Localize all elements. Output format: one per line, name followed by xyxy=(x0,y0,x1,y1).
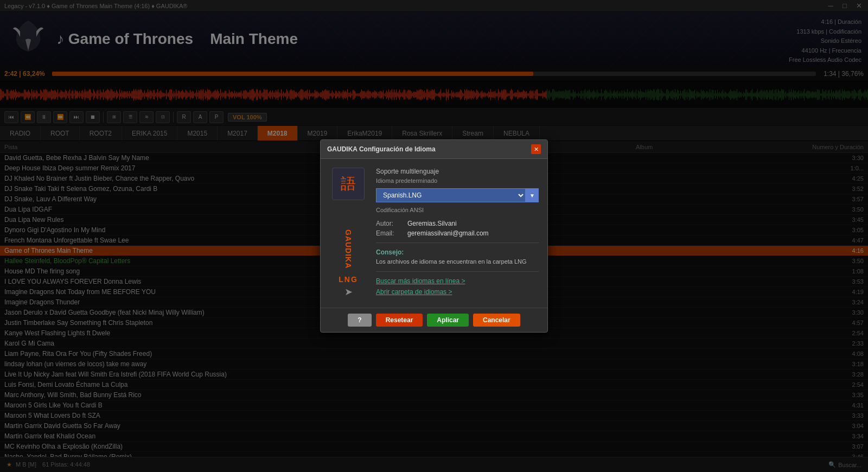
modal-overlay: GAUDIKA Configuración de Idioma ✕ 語 GAUD… xyxy=(0,0,868,472)
gaudika-vertical: GAUDIKA xyxy=(344,229,352,273)
divider-1 xyxy=(376,243,539,243)
language-select[interactable]: Spanish.LNG xyxy=(376,188,526,202)
modal-title: GAUDIKA Configuración de Idioma xyxy=(327,145,436,153)
reset-button[interactable]: Resetear xyxy=(376,314,423,327)
modal-logo-text-area: GAUDIKA LNG ➤ xyxy=(339,202,358,298)
apply-button[interactable]: Aplicar xyxy=(427,314,469,327)
arrow-icon: ➤ xyxy=(344,286,353,298)
divider-2 xyxy=(376,271,539,272)
autor-label: Autor: xyxy=(376,220,403,227)
email-value: geremiassilvani@gmail.com xyxy=(407,229,489,237)
modal-logo-section: 語 GAUDIKA LNG ➤ xyxy=(329,168,367,299)
modal-logo-box: 語 xyxy=(332,168,365,200)
consejo-label: Consejo: xyxy=(376,248,539,256)
autor-value: Geremias.Silvani xyxy=(407,220,457,227)
link-more-languages[interactable]: Buscar más idiomas en línea > xyxy=(376,277,539,285)
multilenguaje-label: Soporte multilenguaje xyxy=(376,168,539,175)
lng-text: LNG xyxy=(339,275,358,284)
language-settings-modal: GAUDIKA Configuración de Idioma ✕ 語 GAUD… xyxy=(320,139,548,333)
modal-footer: ? Resetear Aplicar Cancelar xyxy=(321,308,547,332)
encoding-label: Codificación ANSI xyxy=(376,207,539,213)
modal-logo-vertical-text: GAUDIKA xyxy=(344,202,352,273)
consejo-text: Los archivos de idioma se encuentran en … xyxy=(376,258,539,265)
modal-body: 語 GAUDIKA LNG ➤ Soporte multilenguaje Id… xyxy=(321,159,547,308)
logo-char-icon: 語 xyxy=(341,174,356,194)
cancel-button[interactable]: Cancelar xyxy=(473,314,520,327)
modal-close-button[interactable]: ✕ xyxy=(531,144,541,154)
lang-select-wrapper: Spanish.LNG ▼ xyxy=(376,188,539,202)
help-button[interactable]: ? xyxy=(348,314,371,327)
modal-header: GAUDIKA Configuración de Idioma ✕ xyxy=(321,140,547,159)
modal-content: Soporte multilenguaje Idioma predetermin… xyxy=(376,168,539,299)
idioma-label: Idioma predeterminado xyxy=(376,177,539,184)
email-label: Email: xyxy=(376,229,403,237)
link-open-folder[interactable]: Abrir carpeta de idiomas > xyxy=(376,288,539,296)
email-row: Email: geremiassilvani@gmail.com xyxy=(376,229,539,237)
lang-select-arrow[interactable]: ▼ xyxy=(526,188,539,202)
autor-row: Autor: Geremias.Silvani xyxy=(376,220,539,227)
